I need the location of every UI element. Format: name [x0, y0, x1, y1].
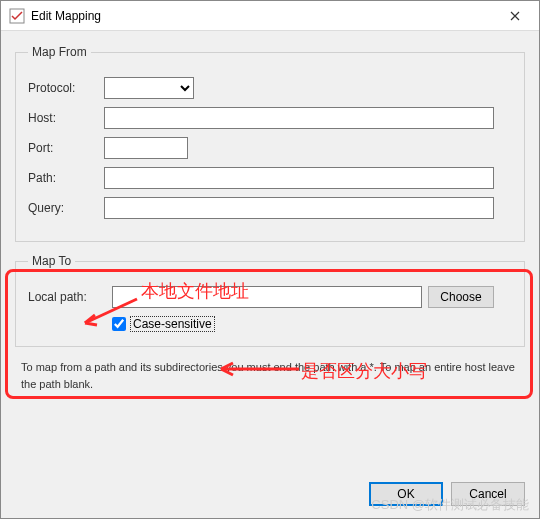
map-from-legend: Map From: [28, 45, 91, 59]
app-icon: [9, 8, 25, 24]
edit-mapping-dialog: Edit Mapping Map From Protocol: Host: Po…: [0, 0, 540, 519]
host-input[interactable]: [104, 107, 494, 129]
choose-button[interactable]: Choose: [428, 286, 494, 308]
close-icon: [510, 11, 520, 21]
port-input[interactable]: [104, 137, 188, 159]
path-input[interactable]: [104, 167, 494, 189]
dialog-title: Edit Mapping: [31, 9, 495, 23]
case-sensitive-checkbox[interactable]: [112, 317, 126, 331]
titlebar: Edit Mapping: [1, 1, 539, 31]
protocol-select[interactable]: [104, 77, 194, 99]
map-from-group: Map From Protocol: Host: Port: Path: Que…: [15, 45, 525, 242]
path-label: Path:: [28, 171, 100, 185]
localpath-input[interactable]: [112, 286, 422, 308]
host-label: Host:: [28, 111, 100, 125]
dialog-content: Map From Protocol: Host: Port: Path: Que…: [1, 31, 539, 400]
localpath-label: Local path:: [28, 290, 108, 304]
query-label: Query:: [28, 201, 100, 215]
case-sensitive-label: Case-sensitive: [130, 316, 215, 332]
watermark: CSDN @软件测试必备技能: [371, 496, 529, 514]
port-label: Port:: [28, 141, 100, 155]
protocol-label: Protocol:: [28, 81, 100, 95]
map-to-legend: Map To: [28, 254, 75, 268]
help-text: To map from a path and its subdirectorie…: [21, 359, 519, 392]
query-input[interactable]: [104, 197, 494, 219]
close-button[interactable]: [495, 2, 535, 30]
map-to-group: Map To Local path: Choose Case-sensitive: [15, 254, 525, 347]
